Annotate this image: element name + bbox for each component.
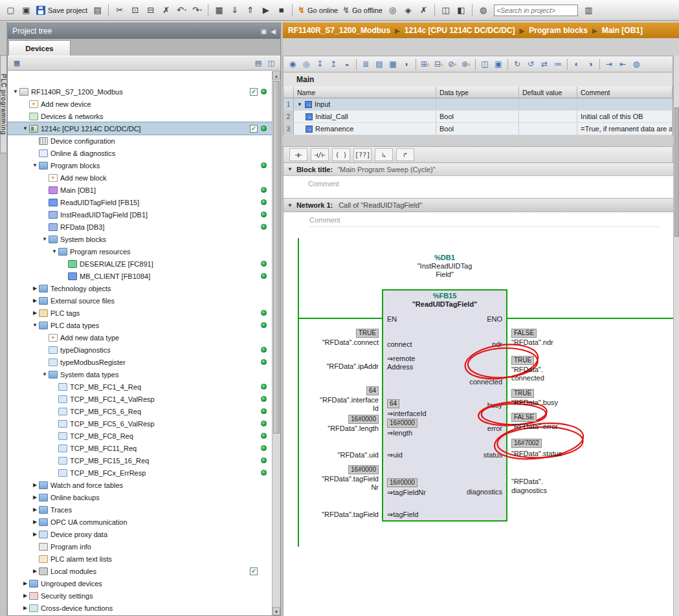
tree-settings-icon[interactable]: ▦ (11, 58, 23, 69)
chevron-down-icon[interactable]: ▼ (50, 248, 58, 254)
monitor-selection-icon[interactable]: ◎ (300, 58, 313, 71)
close-branch-icon[interactable]: ⇤ (616, 58, 629, 71)
block-title-value[interactable]: "Main Program Sweep (Cycle)" (337, 166, 435, 173)
operand-rfdata[interactable]: "RFData". (511, 366, 543, 374)
chevron-down-icon[interactable]: ▼ (31, 162, 39, 168)
column-header-data-type[interactable]: Data type (436, 87, 519, 98)
tree-item-plc-tags[interactable]: ▶PLC tags (8, 307, 272, 319)
tree-item-tcp-mb-fc5-6-valresp[interactable]: TCP_MB_FC5_6_ValResp (8, 417, 272, 430)
absolute-symbolic-toggle-icon[interactable]: ◒ (340, 58, 353, 71)
redo-icon[interactable]: ↷▾ (190, 3, 205, 17)
tree-item-add-new-block[interactable]: Add new block (8, 171, 272, 184)
tree-item-instreaduidtagfield-db1[interactable]: InstReadUIDTagField [DB1] (8, 208, 272, 221)
operand-rfdata-tagfield[interactable]: "RFData".tagField (322, 511, 379, 519)
goto-prev-error-icon[interactable]: ↥ (327, 58, 340, 71)
tree-item-devices-networks[interactable]: Devices & networks (8, 110, 272, 122)
tree-item-program-info[interactable]: Program info (8, 540, 272, 553)
tree-item-rfdata-db3[interactable]: RFData [DB3] (8, 221, 272, 233)
breadcrumb-item-rf1140r-s7-1200-modbus[interactable]: RF1140R_S7_1200_Modbus (288, 26, 390, 35)
operand-rfdata-tagfield-1[interactable]: Nr (371, 483, 379, 492)
download-to-device-icon[interactable]: ⇓ (227, 3, 242, 17)
tree-item-system-data-types[interactable]: ▼System data types (8, 368, 272, 380)
open-branch-icon[interactable]: ↳ (375, 148, 393, 161)
tree-item-typemodbusregister[interactable]: typeModbusRegister (8, 356, 272, 368)
stop-cpu-icon[interactable]: ■ (274, 3, 289, 17)
call-environment-icon[interactable]: ↻ (511, 58, 524, 71)
comments-toggle-icon[interactable]: ◗ (400, 58, 413, 71)
free-form-instructions-icon[interactable]: ◍ (630, 58, 643, 71)
tree-item-mb-client-fb1084[interactable]: MB_CLIENT [FB1084] (8, 270, 272, 282)
block-title-bar[interactable]: ▼ Block title: "Main Program Sweep (Cycl… (284, 163, 673, 176)
tree-item-plc-alarm-text-lists[interactable]: PLC alarm text lists (8, 553, 272, 565)
block-comment-field[interactable]: Comment (308, 180, 339, 188)
tree-item-program-blocks[interactable]: ▼Program blocks (8, 159, 272, 171)
tree-item-online-backups[interactable]: ▶Online backups (8, 491, 272, 503)
cancel-transfer-icon[interactable]: ✗ (416, 3, 431, 17)
operand-rfdata-length[interactable]: "RFData".length (328, 424, 379, 433)
tree-item-add-new-data-type[interactable]: Add new data type (8, 331, 272, 344)
collapse-panel-icon[interactable]: ◀ (271, 28, 276, 35)
operand-rfdata-tagfield[interactable]: "RFData".tagField (322, 475, 379, 483)
favorites-toggle-icon[interactable]: ▦ (386, 58, 399, 71)
tree-item-opc-ua-communication[interactable]: ▶OPC UA communication (8, 516, 272, 528)
tree-item-ungrouped-devices[interactable]: ▶Ungrouped devices (8, 577, 272, 589)
chevron-right-icon[interactable]: ▶ (21, 580, 29, 586)
start-cpu-icon[interactable]: ▶ (258, 3, 273, 17)
column-header-comment[interactable]: Comment (577, 87, 673, 98)
chevron-right-icon[interactable]: ▶ (21, 605, 29, 611)
open-all-networks-icon[interactable]: ≣ (359, 58, 372, 71)
split-editor-horizontal-icon[interactable]: ◫ (438, 3, 453, 17)
update-block-calls-icon[interactable]: ↺ (524, 58, 537, 71)
tree-item-tcp-mb-fc1-4-req[interactable]: TCP_MB_FC1_4_Req (8, 380, 272, 393)
chevron-right-icon[interactable]: ▶ (31, 285, 39, 291)
undo-icon[interactable]: ↶▾ (174, 3, 189, 17)
tree-scrollbar[interactable]: ▲ ▼ (272, 71, 280, 615)
open-editor-icon[interactable]: ◫ (265, 58, 277, 69)
tree-item-tcp-mb-fc5-6-req[interactable]: TCP_MB_FC5_6_Req (8, 405, 272, 417)
breadcrumb-item-program-blocks[interactable]: Program blocks (529, 26, 588, 35)
tree-item-watch-and-force-tables[interactable]: ▶Watch and force tables (8, 479, 272, 491)
tree-item-technology-objects[interactable]: ▶Technology objects (8, 282, 272, 294)
invert-logic-icon[interactable]: ⊘± (446, 58, 459, 71)
network-comment-field[interactable]: Comment (309, 216, 660, 227)
operand-rfdata-ipaddr[interactable]: "RFData".ipAddr (326, 362, 379, 371)
split-editor-vertical-icon[interactable]: ◧ (454, 3, 469, 17)
search-input[interactable] (494, 5, 578, 16)
tree-item-device-configuration[interactable]: Device configuration (8, 135, 272, 147)
operand-rfdata-error[interactable]: "RFData".error (511, 423, 558, 431)
chevron-right-icon[interactable]: ▶ (31, 507, 39, 512)
operand-rfdata-1[interactable]: diagnostics (511, 487, 547, 495)
tree-item-security-settings[interactable]: ▶Security settings (8, 589, 272, 602)
insert-branch-icon[interactable]: ⇥ (603, 58, 616, 71)
compile-icon[interactable]: ▦ (212, 3, 227, 17)
operand-rfdata-ndr[interactable]: "RFData".ndr (511, 338, 553, 347)
start-simulation-icon[interactable]: ◈ (401, 3, 416, 17)
editor-scrollbar[interactable] (673, 56, 679, 616)
operand-rfdata-uid[interactable]: "RFData".uid (338, 451, 379, 459)
name-cell[interactable]: →Remanence (294, 123, 436, 135)
open-project-icon[interactable]: ▣ (19, 3, 34, 17)
copy-icon[interactable]: ⊡ (128, 3, 142, 17)
tree-item-tcp-mb-fc1-4-valresp[interactable]: TCP_MB_FC1_4_ValResp (8, 393, 272, 405)
default-value-cell[interactable] (519, 111, 577, 123)
editor-scroll-thumb[interactable] (674, 107, 679, 237)
name-cell[interactable]: ▼→Input (294, 98, 436, 111)
chevron-down-icon[interactable]: ▼ (41, 236, 49, 242)
chevron-down-icon[interactable]: ▼ (41, 371, 49, 377)
coil-icon[interactable]: ( ) (332, 148, 350, 161)
no-contact-icon[interactable]: ⊣⊢ (289, 148, 307, 161)
comment-cell[interactable]: Initial call of this OB (577, 111, 673, 123)
chevron-right-icon[interactable]: ▶ (31, 482, 39, 488)
comment-cell[interactable] (577, 98, 673, 111)
go-online-button[interactable]: ↯Go online (296, 3, 340, 17)
tree-item-external-source-files[interactable]: ▶External source files (8, 294, 272, 307)
chevron-right-icon[interactable]: ▶ (31, 298, 39, 303)
tree-item-local-modules[interactable]: ▶Local modules✓ (8, 565, 272, 577)
chevron-right-icon[interactable]: ▶ (31, 494, 39, 500)
tree-item-tcp-mb-fc15-16-req[interactable]: TCP_MB_FC15_16_Req (8, 454, 272, 467)
chevron-right-icon[interactable]: ▶ (31, 519, 39, 525)
tree-item-add-new-device[interactable]: Add new device (8, 98, 272, 110)
tab-devices[interactable]: Devices (8, 40, 71, 56)
section-triangle-icon[interactable]: ▼ (297, 102, 302, 107)
accessible-devices-icon[interactable]: ◎ (385, 3, 400, 17)
